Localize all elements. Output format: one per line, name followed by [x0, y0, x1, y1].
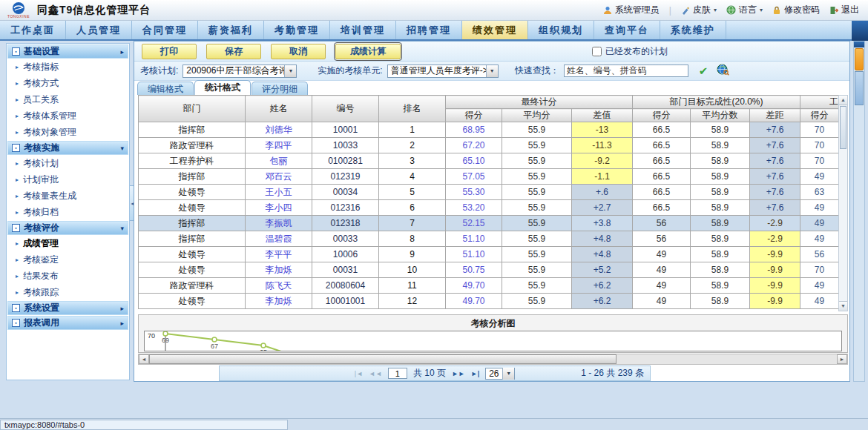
- sidebar-section-header[interactable]: ▪基础设置▸: [7, 44, 128, 59]
- sidebar-item[interactable]: ▸考核方式: [7, 75, 129, 91]
- next-page-button[interactable]: ►►: [452, 370, 465, 377]
- change-password[interactable]: 修改密码: [772, 4, 820, 16]
- nav-tab-9[interactable]: 组织规划: [528, 21, 594, 39]
- page-number-input[interactable]: [388, 368, 407, 379]
- nav-tab-8[interactable]: 绩效管理: [462, 21, 528, 39]
- unit-select[interactable]: 普通管理人员年度考评->中层管理人 ▼: [387, 64, 499, 78]
- page-title: 同鑫T9信息化管理平台: [37, 4, 151, 17]
- sidebar-item-label: 考核量表生成: [23, 190, 76, 202]
- cell-score: 51.10: [446, 247, 502, 262]
- table-row[interactable]: 指挥部刘德华10001168.9555.9-1366.558.9+7.670: [139, 122, 839, 138]
- search-globe-icon[interactable]: [717, 64, 729, 78]
- table-row[interactable]: 指挥部李振凯012318752.1555.9+3.85658.9-2.949: [139, 216, 839, 231]
- nav-tab-10[interactable]: 查询平台: [594, 21, 660, 39]
- nav-tab-7[interactable]: 招聘管理: [396, 21, 462, 39]
- section-box-icon: ▪: [12, 304, 20, 312]
- nav-tab-11[interactable]: 系统维护: [660, 21, 726, 39]
- skin-menu[interactable]: 皮肤 ▾: [681, 4, 717, 16]
- table-row[interactable]: 指挥部邓百云012319457.0555.9-1.166.558.9+7.649: [139, 169, 839, 185]
- view-tab-1[interactable]: 编辑格式: [137, 82, 194, 95]
- sidebar-item[interactable]: ▸考核鉴定: [7, 251, 129, 268]
- sidebar-menu: ▪基础设置▸▸考核指标▸考核方式▸员工关系▸考核体系管理▸考核对象管理▪考核实施…: [6, 43, 130, 380]
- cell-avg: 55.9: [502, 294, 572, 309]
- sidebar-item[interactable]: ▸考核指标: [7, 59, 129, 75]
- nav-tab-1[interactable]: 工作桌面: [0, 21, 66, 39]
- scroll-up-icon[interactable]: ▲: [839, 96, 847, 105]
- table-row[interactable]: 处领导李加烁000311050.7555.9+5.24958.9-9.970: [139, 262, 839, 278]
- group-header: 工: [800, 96, 839, 109]
- table-vertical-scrollbar[interactable]: ▲ ▼: [838, 95, 848, 311]
- sidebar-item[interactable]: ▸考核对象管理: [7, 124, 129, 140]
- sidebar-item[interactable]: ▸成绩管理: [7, 235, 129, 251]
- scrollbar-top-button[interactable]: [854, 42, 864, 47]
- sidebar-item-label: 考核鉴定: [23, 254, 59, 266]
- sub-col-header: 平均分: [502, 109, 572, 122]
- table-row[interactable]: 指挥部温碧霞00033851.1055.9+4.85658.9-2.949: [139, 231, 839, 247]
- save-button[interactable]: 保存: [206, 44, 261, 59]
- cell-dept_diff: -2.9: [750, 216, 800, 231]
- last-page-button[interactable]: ►|: [471, 370, 479, 377]
- scrollbar-thumb[interactable]: [149, 354, 617, 364]
- table-row[interactable]: 处领导李平平10006951.1055.9+4.84958.9-9.956: [139, 247, 839, 262]
- cell-dept_avg: 58.9: [691, 185, 750, 200]
- chart-horizontal-scrollbar[interactable]: ◄ ►: [138, 354, 848, 365]
- scroll-down-icon[interactable]: ▼: [839, 301, 847, 311]
- table-row[interactable]: 处领导李加烁100010011249.7055.9+6.24958.9-9.94…: [139, 294, 839, 309]
- view-tab-2[interactable]: 统计格式: [194, 80, 251, 95]
- logo: TONGXINE 同鑫T9信息化管理平台: [0, 1, 151, 19]
- nav-tab-3[interactable]: 合同管理: [132, 21, 198, 39]
- sidebar-item[interactable]: ▸考核量表生成: [7, 188, 129, 204]
- cell-rank: 10: [379, 262, 446, 278]
- sidebar-section-title: 考核评价: [24, 222, 59, 234]
- sidebar-item[interactable]: ▸考核体系管理: [7, 108, 129, 124]
- sidebar-item[interactable]: ▸考核归档: [7, 204, 129, 220]
- sidebar-section-header[interactable]: ▪考核实施▾: [7, 141, 128, 155]
- sidebar-section-header[interactable]: ▪考核评价▾: [7, 221, 128, 235]
- table-row[interactable]: 处领导李小四012316653.2055.9+2.766.558.9+7.649: [139, 200, 839, 216]
- nav-tab-2[interactable]: 人员管理: [66, 21, 132, 39]
- prev-page-button[interactable]: ◄◄: [369, 370, 382, 377]
- table-row[interactable]: 处领导王小五00034555.3055.9+.666.558.9+7.663: [139, 185, 839, 200]
- nav-tab-5[interactable]: 考勤管理: [264, 21, 330, 39]
- published-plan-checkbox[interactable]: [592, 47, 602, 56]
- cell-score2: 63: [800, 185, 839, 200]
- sidebar-item[interactable]: ▸计划审批: [7, 171, 129, 188]
- language-menu[interactable]: 语言 ▾: [726, 4, 763, 16]
- scroll-left-icon[interactable]: ◄: [139, 354, 149, 364]
- confirm-check-icon[interactable]: ✔: [699, 64, 708, 78]
- cell-score2: 70: [800, 122, 839, 138]
- first-page-button[interactable]: |◄: [355, 370, 363, 377]
- nav-tab-4[interactable]: 薪资福利: [198, 21, 264, 39]
- cell-dept_score: 66.5: [633, 185, 691, 200]
- tongxin-logo-icon: TONGXINE: [7, 1, 30, 19]
- scrollbar-thumb[interactable]: [840, 106, 846, 149]
- logout[interactable]: 退出: [829, 4, 859, 16]
- dropdown-arrow-icon[interactable]: ▼: [284, 65, 296, 77]
- dropdown-arrow-icon[interactable]: ▼: [486, 65, 498, 77]
- sidebar-section-header[interactable]: ▪报表调用▸: [7, 316, 128, 330]
- page-vertical-scrollbar[interactable]: [853, 41, 865, 382]
- cancel-button[interactable]: 取消: [271, 44, 326, 59]
- print-button[interactable]: 打印: [142, 44, 197, 59]
- table-row[interactable]: 路政管理科李四平10033267.2055.9-11.366.558.9+7.6…: [139, 138, 839, 153]
- quick-search-input[interactable]: [564, 64, 688, 77]
- sidebar-item[interactable]: ▸考核跟踪: [7, 284, 129, 300]
- page-size-select[interactable]: 26 ▼: [485, 368, 515, 380]
- table-row[interactable]: 路政管理科陈飞天200806041149.7055.9+6.24958.9-9.…: [139, 278, 839, 294]
- view-tab-3[interactable]: 评分明细: [251, 82, 308, 95]
- scrollbar-thumb[interactable]: [855, 71, 864, 105]
- sidebar-item[interactable]: ▸员工关系: [7, 91, 129, 108]
- sidebar-item[interactable]: ▸结果发布: [7, 268, 129, 284]
- dropdown-arrow-icon[interactable]: ▼: [502, 368, 514, 380]
- scroll-right-icon[interactable]: ►: [837, 354, 847, 364]
- plan-select[interactable]: 200906中层干部综合考评 ▼: [183, 64, 297, 78]
- globe-icon: [726, 5, 736, 15]
- sidebar-item[interactable]: ▸考核计划: [7, 155, 129, 171]
- cell-code: 00034: [312, 185, 379, 200]
- cell-name: 李平平: [246, 247, 312, 262]
- orange-flag-tab[interactable]: [855, 48, 864, 70]
- nav-tab-6[interactable]: 培训管理: [330, 21, 396, 39]
- table-row[interactable]: 工程养护科包丽0100281365.1055.9-9.266.558.9+7.6…: [139, 153, 839, 169]
- calc-score-button[interactable]: 成绩计算: [335, 44, 401, 59]
- sidebar-section-header[interactable]: ▪系统设置▸: [7, 301, 128, 315]
